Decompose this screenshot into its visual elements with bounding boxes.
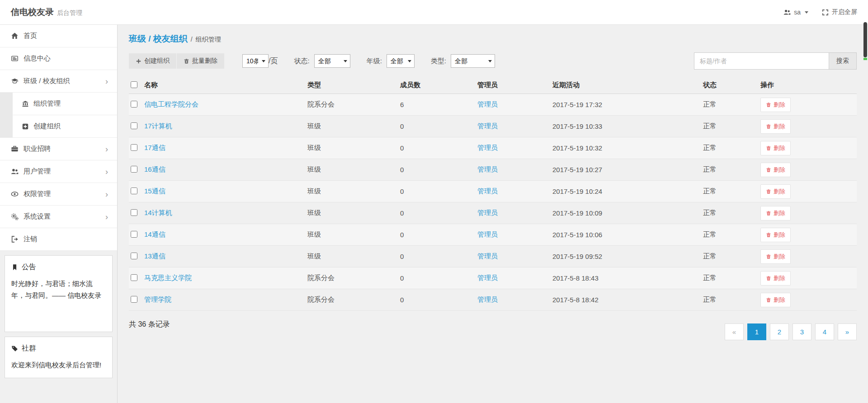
table-row: 14通信班级0管理员2017-5-19 10:06正常删除 (129, 224, 857, 246)
admin-link[interactable]: 管理员 (477, 165, 498, 173)
prev-page-button[interactable]: « (725, 323, 744, 340)
delete-button[interactable]: 删除 (760, 184, 791, 199)
delete-button[interactable]: 删除 (760, 271, 791, 286)
sidebar-item-home[interactable]: 首页 (0, 25, 117, 47)
breadcrumb-primary[interactable]: 班级 / 校友组织 (129, 34, 188, 43)
page-size-select-box: 10条 (242, 54, 269, 68)
admin-cell: 管理员 (477, 246, 552, 267)
actions-cell: 删除 (760, 94, 857, 116)
select-all-checkbox[interactable] (131, 81, 137, 88)
search-button[interactable]: 搜索 (829, 52, 857, 70)
org-name-link[interactable]: 15通信 (144, 187, 165, 195)
admin-link[interactable]: 管理员 (477, 100, 498, 108)
sidebar-item-user-manage[interactable]: 用户管理› (0, 160, 117, 183)
sidebar-item-create-org[interactable]: 创建组织 (13, 115, 117, 138)
bulk-delete-button[interactable]: 批量删除 (176, 53, 224, 69)
row-checkbox[interactable] (131, 187, 137, 194)
org-name-link[interactable]: 17计算机 (144, 122, 172, 130)
admin-link[interactable]: 管理员 (477, 295, 498, 303)
page-button-1[interactable]: 1 (747, 323, 766, 340)
sidebar-item-logout[interactable]: 注销 (0, 228, 117, 251)
toolbar: 创建组织 批量删除 10条 /页 状态:全部年级:全部类型:全部 搜索 (129, 52, 857, 70)
user-group-icon (783, 9, 791, 16)
trash-icon (766, 276, 771, 281)
admin-cell: 管理员 (477, 202, 552, 224)
delete-button[interactable]: 删除 (760, 228, 791, 242)
org-name-link[interactable]: 管理学院 (144, 295, 171, 303)
row-checkbox[interactable] (131, 122, 137, 129)
actions-cell: 删除 (760, 246, 857, 267)
sidebar-item-settings[interactable]: 系统设置› (0, 206, 117, 228)
row-checkbox[interactable] (131, 209, 137, 216)
scrollbar-marker (863, 58, 867, 60)
chevron-right-icon: › (105, 190, 108, 198)
admin-link[interactable]: 管理员 (477, 252, 498, 260)
org-name-link[interactable]: 13通信 (144, 252, 165, 260)
search-input[interactable] (694, 52, 829, 70)
sidebar-item-org-manage[interactable]: 组织管理 (13, 93, 117, 115)
row-checkbox[interactable] (131, 253, 137, 259)
trash-icon (766, 102, 771, 108)
row-checkbox[interactable] (131, 101, 137, 108)
breadcrumb-separator: / (191, 36, 193, 43)
sidebar-item-permissions[interactable]: 权限管理› (0, 183, 117, 206)
page-button-2[interactable]: 2 (770, 323, 789, 340)
admin-link[interactable]: 管理员 (477, 274, 498, 281)
actions-cell: 删除 (760, 224, 857, 246)
admin-link[interactable]: 管理员 (477, 187, 498, 195)
row-checkbox[interactable] (131, 231, 137, 238)
admin-link[interactable]: 管理员 (477, 209, 498, 216)
row-checkbox[interactable] (131, 144, 137, 151)
trash-icon (766, 145, 771, 151)
sidebar-item-jobs[interactable]: 职业招聘› (0, 138, 117, 160)
users-icon (11, 168, 19, 175)
delete-button[interactable]: 删除 (760, 141, 791, 155)
community-body: 欢迎来到信电校友录后台管理! (11, 359, 106, 371)
trash-icon (766, 297, 771, 303)
delete-button[interactable]: 删除 (760, 249, 791, 264)
admin-link[interactable]: 管理员 (477, 230, 498, 238)
type-filter-select[interactable]: 全部 (451, 54, 495, 68)
admin-link[interactable]: 管理员 (477, 144, 498, 151)
row-checkbox[interactable] (131, 296, 137, 303)
status-cell: 正常 (703, 181, 760, 202)
type-filter-label: 类型: (431, 57, 446, 66)
delete-button[interactable]: 删除 (760, 206, 791, 220)
status-filter-select[interactable]: 全部 (314, 54, 350, 68)
member-count-cell: 0 (400, 181, 477, 202)
org-type-cell: 班级 (307, 224, 400, 246)
recent-activity-cell: 2017-5-19 10:24 (552, 181, 703, 202)
sidebar-item-label: 注销 (24, 235, 108, 244)
grade-filter-select[interactable]: 全部 (387, 54, 415, 68)
delete-button[interactable]: 删除 (760, 293, 791, 307)
scrollbar-thumb[interactable] (863, 22, 867, 57)
row-checkbox[interactable] (131, 166, 137, 173)
org-name-link[interactable]: 16通信 (144, 165, 165, 173)
delete-button[interactable]: 删除 (760, 119, 791, 134)
member-count-cell: 0 (400, 116, 477, 137)
sidebar-item-class-alumni-org[interactable]: 班级 / 校友组织› (0, 70, 117, 93)
user-menu[interactable]: sa (783, 9, 808, 16)
fullscreen-button[interactable]: 开启全屏 (822, 8, 857, 16)
bookmark-icon (11, 264, 18, 271)
page-button-4[interactable]: 4 (815, 323, 834, 340)
page-button-3[interactable]: 3 (793, 323, 811, 340)
delete-button[interactable]: 删除 (760, 98, 791, 112)
table-row: 信电工程学院分会院系分会6管理员2017-5-19 17:32正常删除 (129, 94, 857, 116)
sidebar-item-info-center[interactable]: 信息中心 (0, 47, 117, 70)
recent-activity-cell: 2017-5-8 18:43 (552, 267, 703, 289)
row-checkbox[interactable] (131, 274, 137, 281)
org-name-link[interactable]: 信电工程学院分会 (144, 100, 198, 108)
actions-cell: 删除 (760, 181, 857, 202)
page-size-select[interactable]: 10条 (242, 54, 269, 68)
org-name-link[interactable]: 17通信 (144, 144, 165, 151)
recent-activity-cell: 2017-5-19 10:27 (552, 159, 703, 181)
create-org-button[interactable]: 创建组织 (129, 53, 176, 69)
sidebar-item-label: 系统设置 (24, 212, 105, 221)
org-name-link[interactable]: 14通信 (144, 230, 165, 238)
delete-button[interactable]: 删除 (760, 163, 791, 177)
next-page-button[interactable]: » (838, 323, 857, 340)
admin-link[interactable]: 管理员 (477, 122, 498, 130)
org-name-link[interactable]: 14计算机 (144, 209, 172, 216)
org-name-link[interactable]: 马克思主义学院 (144, 274, 192, 281)
